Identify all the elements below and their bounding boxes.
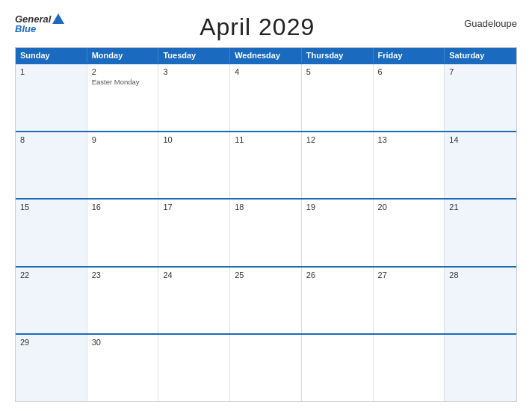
week-row-1: 12Easter Monday34567 [16,63,516,131]
cal-cell: 22 [16,268,87,334]
cal-cell: 5 [302,64,374,131]
region-label: Guadeloupe [450,13,517,29]
day-number: 30 [92,338,154,347]
cal-cell: 14 [445,132,516,199]
cal-cell: 26 [302,268,374,334]
cal-cell: 20 [374,200,445,266]
week-row-4: 22232425262728 [16,266,516,334]
cal-cell [445,335,516,401]
calendar: SundayMondayTuesdayWednesdayThursdayFrid… [15,47,517,402]
cal-cell: 29 [16,335,87,401]
day-number: 29 [20,338,82,347]
day-number: 25 [235,271,297,279]
cal-cell: 28 [445,268,516,334]
day-number: 16 [92,203,154,211]
cal-cell [158,335,230,401]
header-day-sunday: Sunday [16,48,87,63]
cal-cell: 30 [87,335,159,401]
day-number: 26 [306,271,368,279]
day-number: 8 [20,135,82,144]
day-number: 15 [20,203,82,211]
header-day-wednesday: Wednesday [230,48,302,63]
day-number: 7 [449,67,512,76]
cal-cell: 18 [230,200,302,266]
day-number: 14 [449,135,512,144]
cal-cell: 7 [445,64,516,131]
week-row-2: 891011121314 [16,131,516,199]
day-number: 11 [235,135,297,144]
week-row-3: 15161718192021 [16,198,516,266]
day-number: 27 [378,271,440,279]
day-number: 1 [20,67,82,76]
day-number: 22 [20,271,82,279]
cal-cell: 17 [158,200,230,266]
cal-cell: 11 [230,132,302,199]
cal-cell: 13 [374,132,445,199]
title-area: April 2029 [64,13,450,41]
day-number: 20 [378,203,440,211]
day-number: 17 [163,203,225,211]
day-number: 9 [92,135,154,144]
cal-cell [230,335,302,401]
cal-cell: 24 [158,268,230,334]
cal-cell: 2Easter Monday [87,64,159,131]
calendar-body: 12Easter Monday3456789101112131415161718… [16,63,516,401]
cal-cell: 16 [87,200,159,266]
day-number: 19 [306,203,368,211]
day-number: 28 [449,271,512,279]
day-number: 10 [163,135,225,144]
day-number: 24 [163,271,225,279]
day-number: 5 [306,67,368,76]
month-title: April 2029 [64,13,450,41]
day-number: 6 [378,67,440,76]
cal-cell: 8 [16,132,87,199]
header-day-friday: Friday [374,48,445,63]
cal-cell: 21 [445,200,516,266]
logo-blue-text: Blue [15,23,36,34]
header-day-monday: Monday [87,48,159,63]
day-number: 2 [92,67,154,76]
cal-cell: 10 [158,132,230,199]
day-number: 23 [92,271,154,279]
cal-cell [302,335,374,401]
week-row-5: 2930 [16,333,516,401]
day-number: 18 [235,203,297,211]
cal-cell: 9 [87,132,159,199]
cal-cell: 25 [230,268,302,334]
day-number: 21 [449,203,512,211]
logo: General Blue [15,13,64,34]
cal-cell: 3 [158,64,230,131]
cal-cell: 12 [302,132,374,199]
cal-cell: 1 [16,64,87,131]
cal-cell: 15 [16,200,87,266]
logo-triangle-icon [52,13,64,24]
day-number: 3 [163,67,225,76]
header-day-tuesday: Tuesday [158,48,230,63]
day-number: 12 [306,135,368,144]
header-day-saturday: Saturday [445,48,516,63]
day-number: 4 [235,67,297,76]
cal-cell: 27 [374,268,445,334]
page: General Blue April 2029 Guadeloupe Sunda… [0,0,532,411]
cal-cell: 4 [230,64,302,131]
cal-cell [374,335,445,401]
day-number: 13 [378,135,440,144]
calendar-header: SundayMondayTuesdayWednesdayThursdayFrid… [16,48,516,63]
header-day-thursday: Thursday [302,48,374,63]
cal-cell: 6 [374,64,445,131]
cal-cell: 23 [87,268,159,334]
cal-cell: 19 [302,200,374,266]
holiday-label: Easter Monday [92,78,154,86]
header: General Blue April 2029 Guadeloupe [15,13,517,41]
